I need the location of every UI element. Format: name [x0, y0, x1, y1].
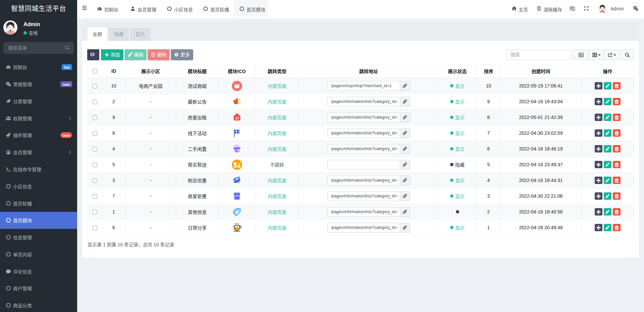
svg-text:二手: 二手 [234, 149, 239, 152]
svg-text:租: 租 [235, 116, 239, 120]
svg-text:¥: ¥ [235, 129, 237, 133]
